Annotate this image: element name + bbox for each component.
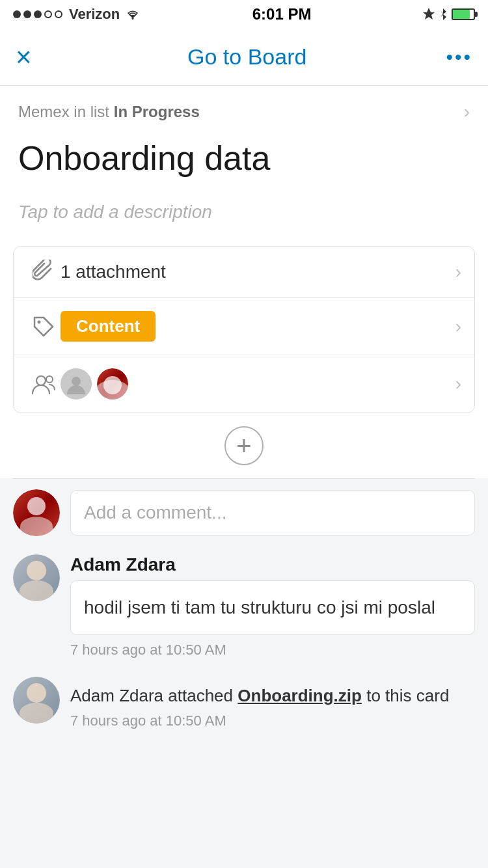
status-bar: Verizon 6:01 PM (0, 0, 488, 29)
content-label-badge: Content (61, 311, 156, 342)
svg-point-1 (38, 320, 41, 323)
close-button[interactable]: × (16, 42, 48, 73)
members-content (61, 368, 455, 400)
attachment-label: 1 attachment (61, 262, 455, 282)
comment-author-0: Adam Zdara (70, 554, 475, 575)
signal-dot-1 (13, 10, 21, 18)
signal-dot-2 (23, 10, 31, 18)
add-button-container: + (0, 413, 488, 478)
details-card: 1 attachment › Content › (13, 246, 475, 413)
card-content: Memex in list In Progress › Onboarding d… (0, 86, 488, 478)
attachment-arrow-icon: › (455, 262, 461, 282)
status-bar-right (423, 8, 475, 21)
breadcrumb[interactable]: Memex in list In Progress › (0, 86, 488, 133)
signal-dot-3 (34, 10, 42, 18)
comment-placeholder: Add a comment... (84, 502, 226, 523)
default-member-avatar (61, 368, 92, 400)
comment-entry-0: Adam Zdara hodil jsem ti tam tu struktur… (13, 554, 475, 658)
signal-dot-4 (44, 10, 52, 18)
activity-entry-0: Adam Zdara attached Onboarding.zip to th… (13, 677, 475, 729)
carrier-label: Verizon (69, 6, 120, 23)
current-user-avatar (13, 489, 60, 536)
activity-text-0: Adam Zdara attached Onboarding.zip to th… (70, 683, 475, 709)
comment-time-0: 7 hours ago at 10:50 AM (70, 642, 475, 658)
add-item-button[interactable]: + (224, 426, 264, 465)
label-arrow-icon: › (455, 316, 461, 337)
breadcrumb-text: Memex in list In Progress (18, 103, 200, 121)
attachment-icon (27, 260, 61, 284)
breadcrumb-arrow-icon: › (464, 102, 470, 122)
comment-input-row: Add a comment... (13, 489, 475, 536)
label-icon (27, 315, 61, 338)
description-placeholder[interactable]: Tap to add a description (0, 191, 488, 246)
commenter-avatar-0 (13, 554, 60, 601)
comment-section: Add a comment... Adam Zdara hodil jsem t… (0, 479, 488, 755)
svg-point-2 (36, 376, 46, 385)
signal-dot-5 (55, 10, 62, 18)
card-title[interactable]: Onboarding data (0, 133, 488, 191)
status-bar-left: Verizon (13, 6, 141, 23)
svg-point-0 (132, 18, 134, 20)
members-icon (27, 373, 61, 395)
more-options-button[interactable]: ••• (446, 46, 472, 68)
members-row[interactable]: › (14, 355, 474, 413)
activity-time-0: 7 hours ago at 10:50 AM (70, 712, 475, 729)
attachment-row[interactable]: 1 attachment › (14, 247, 474, 298)
label-row[interactable]: Content › (14, 298, 474, 355)
member-avatar-1 (97, 368, 128, 400)
svg-point-4 (72, 377, 81, 386)
bluetooth-icon (439, 8, 448, 21)
location-icon (423, 8, 435, 21)
nav-bar: × Go to Board ••• (0, 29, 488, 86)
activity-attachment-link[interactable]: Onboarding.zip (237, 686, 362, 705)
members-arrow-icon: › (455, 373, 461, 394)
comment-body-0: Adam Zdara hodil jsem ti tam tu struktur… (70, 554, 475, 658)
label-content: Content (61, 311, 455, 342)
battery-icon (452, 8, 475, 20)
comment-input[interactable]: Add a comment... (70, 490, 475, 536)
svg-point-3 (46, 376, 53, 383)
activity-body-0: Adam Zdara attached Onboarding.zip to th… (70, 677, 475, 729)
activity-avatar-0 (13, 677, 60, 724)
member-avatars (61, 368, 455, 400)
wifi-icon (125, 8, 141, 20)
nav-title: Go to Board (187, 44, 306, 70)
comment-text-0: hodil jsem ti tam tu strukturu co jsi mi… (70, 580, 475, 635)
status-bar-time: 6:01 PM (252, 5, 312, 23)
